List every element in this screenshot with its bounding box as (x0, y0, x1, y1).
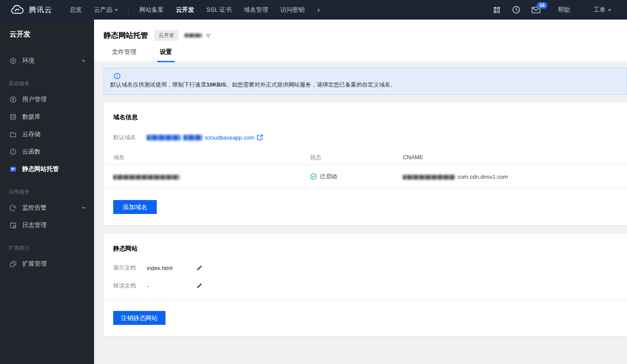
default-domain-link[interactable]: tcloudbaseapp.com (147, 134, 263, 141)
static-hosting-document-icon (10, 166, 17, 173)
domain-card-title: 域名信息 (104, 114, 627, 121)
edit-error-document-button[interactable] (196, 283, 202, 289)
main-content: 静态网站托管 云开发 文件管理 设置 默认域名仅供测试使用，限制下行速度10KB… (94, 20, 627, 364)
nav-help[interactable]: 帮助 (552, 0, 576, 20)
nav-ticket[interactable]: 工单 (587, 0, 617, 20)
sidebar-item-extension-management[interactable]: 扩展管理 (0, 255, 94, 273)
cell-status: 已启动 (310, 173, 403, 180)
history-clock-icon[interactable] (512, 6, 520, 14)
database-icon (10, 114, 17, 120)
external-link-icon[interactable] (257, 134, 263, 140)
nav-access-key[interactable]: 访问密钥 (274, 0, 311, 20)
cell-cname: com.cdn.dnsv1.com (403, 174, 627, 180)
info-icon (114, 73, 121, 80)
chevron-down-icon (82, 207, 85, 209)
nav-cloud-products[interactable]: 云产品 (88, 0, 124, 20)
domain-info-card: 域名信息 默认域名 tcloudbaseapp.com 域名 状态 CNAME (104, 103, 627, 225)
default-domain-visible-text: tcloudbaseapp.com (205, 134, 254, 141)
sidebar-item-cloud-storage[interactable]: 云存储 (0, 126, 94, 143)
sidebar-title: 云开发 (0, 20, 94, 39)
sidebar-item-database[interactable]: 数据库 (0, 108, 94, 126)
environment-selector[interactable] (185, 33, 211, 38)
topnav-right: 16 帮助 工单 (493, 0, 627, 20)
deregister-static-site-button[interactable]: 注销静态网站 (113, 311, 165, 325)
function-hexagon-icon (10, 148, 17, 155)
chevron-down-icon (608, 9, 611, 11)
nav-divider (128, 6, 129, 14)
index-document-value: index.html (147, 265, 188, 271)
page-title: 静态网站托管 (104, 30, 148, 40)
nav-add-shortcut-button[interactable]: + (311, 0, 327, 20)
error-document-value: - (147, 283, 188, 289)
extensions-icon (10, 260, 17, 267)
domain-table: 域名 状态 CNAME 已启动 com.cdn.dnsv1.com (104, 150, 627, 189)
info-banner: 默认域名仅供测试使用，限制下行速度10KB/S。如您需要对外正式提供网站服务，请… (104, 68, 627, 95)
brand-name: 腾讯云 (29, 5, 52, 15)
error-document-label: 错误文档 (113, 282, 147, 290)
pencil-icon (196, 265, 202, 271)
index-document-row: 索引文档 index.html (104, 264, 627, 272)
sidebar-section-extensions: 扩展能力 (0, 244, 94, 252)
chevron-down-icon (82, 60, 85, 62)
tencent-cloud-logo[interactable]: 腾讯云 (0, 5, 64, 15)
mail-count-badge: 16 (537, 2, 547, 9)
gauge-icon (10, 204, 17, 211)
sidebar-item-cloud-functions[interactable]: 云函数 (0, 143, 94, 160)
user-icon (10, 96, 17, 103)
cname-visible-text: com.cdn.dnsv1.com (458, 174, 508, 180)
folder-icon (10, 131, 17, 138)
sidebar-section-basic-services: 基础服务 (0, 80, 94, 87)
sidebar-item-user-management[interactable]: 用户管理 (0, 91, 94, 108)
top-navbar: 腾讯云 总览 云产品 网站备案 云开发 SSL 证书 域名管理 访问密钥 + 1… (0, 0, 627, 20)
nav-domain-management[interactable]: 域名管理 (238, 0, 274, 20)
index-document-label: 索引文档 (113, 264, 147, 272)
nav-ssl-cert[interactable]: SSL 证书 (200, 0, 238, 20)
domain-table-header: 域名 状态 CNAME (104, 150, 627, 165)
column-header-cname: CNAME (403, 154, 627, 160)
column-header-domain: 域名 (104, 154, 310, 161)
page-header: 静态网站托管 云开发 文件管理 设置 (94, 20, 627, 61)
tab-settings[interactable]: 设置 (157, 48, 175, 62)
product-badge: 云开发 (154, 30, 179, 41)
sidebar-item-log-management[interactable]: 日志管理 (0, 217, 94, 234)
tab-bar: 文件管理 设置 (109, 48, 627, 62)
redacted-env-name (185, 33, 202, 37)
sidebar: 云开发 环境 基础服务 用户管理 数据库 云存储 (0, 20, 94, 364)
filter-funnel-icon (206, 33, 211, 38)
chevron-down-icon (115, 9, 118, 11)
nav-cloudbase[interactable]: 云开发 (170, 0, 200, 20)
site-card-title: 静态网站 (104, 245, 627, 253)
pencil-icon (196, 283, 202, 289)
default-domain-row: 默认域名 tcloudbaseapp.com (104, 134, 627, 141)
cloud-logo-icon (10, 5, 24, 15)
redacted-domain-part (147, 135, 181, 140)
add-domain-button[interactable]: 添加域名 (113, 200, 157, 214)
nav-website-icp[interactable]: 网站备案 (133, 0, 170, 20)
site-card-footer: 注销静态网站 (104, 301, 627, 336)
redacted-cname-part (403, 175, 455, 180)
error-document-row: 错误文档 - (104, 282, 627, 290)
table-row: 已启动 com.cdn.dnsv1.com (104, 165, 627, 189)
redacted-domain-part (183, 135, 202, 140)
sidebar-section-ops-services: 运维服务 (0, 188, 94, 196)
banner-speed-limit: 10KB/S (206, 81, 226, 88)
qr-scan-icon[interactable] (493, 6, 501, 14)
mail-icon[interactable]: 16 (532, 7, 540, 13)
redacted-custom-domain (113, 175, 179, 180)
nav-overview[interactable]: 总览 (64, 0, 88, 20)
status-badge: 已启动 (320, 173, 337, 180)
tab-file-management[interactable]: 文件管理 (109, 48, 139, 62)
static-website-card: 静态网站 索引文档 index.html 错误文档 - 注销静态网站 (104, 234, 627, 336)
column-header-status: 状态 (310, 154, 403, 161)
cell-domain (104, 174, 310, 180)
default-domain-label: 默认域名 (113, 134, 147, 141)
edit-index-document-button[interactable] (196, 265, 202, 271)
calendar-log-icon (10, 222, 17, 229)
status-success-check-icon (310, 173, 317, 180)
banner-text: 默认域名仅供测试使用，限制下行速度10KB/S。如您需要对外正式提供网站服务，请… (110, 81, 620, 89)
environment-hexagon-icon (10, 57, 17, 64)
sidebar-item-environment[interactable]: 环境 (0, 52, 94, 70)
sidebar-item-static-hosting[interactable]: 静态网站托管 (0, 160, 94, 178)
sidebar-item-monitor-alarm[interactable]: 监控告警 (0, 199, 94, 217)
